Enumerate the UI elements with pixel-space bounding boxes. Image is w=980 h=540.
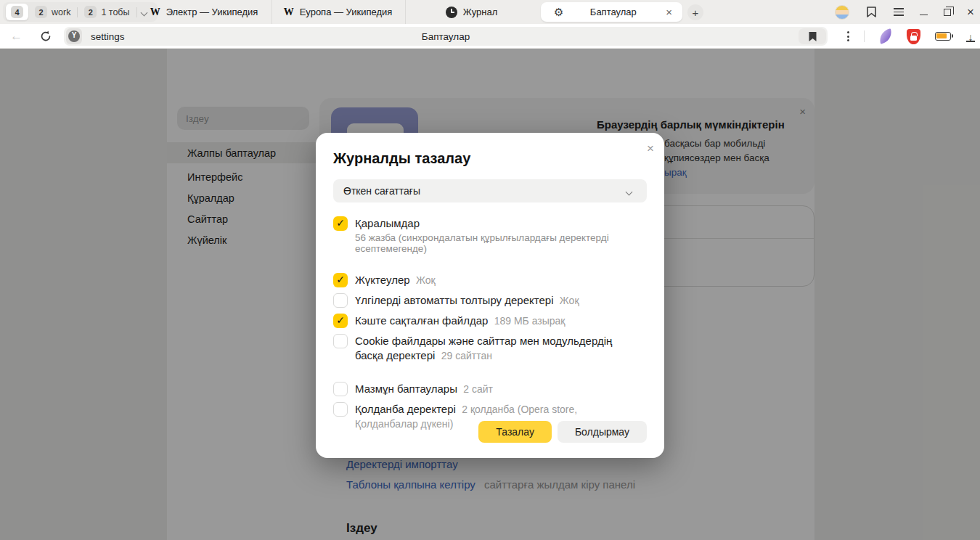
profile-avatar[interactable] xyxy=(835,5,849,20)
tab-settings-active[interactable]: ⚙ Баптаулар × xyxy=(541,2,682,22)
tab-group-label: 1 тобы xyxy=(101,7,129,17)
clear-history-dialog: × Журналды тазалау Өткен сағаттағы Қарал… xyxy=(316,133,664,458)
bookmark-icon xyxy=(808,31,817,42)
dialog-close-icon[interactable]: × xyxy=(647,142,654,156)
history-item-row[interactable]: Мазмұн баптаулары 2 сайт xyxy=(333,382,647,396)
tab-close-icon[interactable]: × xyxy=(663,6,675,18)
tab-journal[interactable]: Журнал xyxy=(405,0,537,24)
tab-group-work[interactable]: 2 work xyxy=(28,6,77,18)
tab-group-count: 4 xyxy=(11,6,23,18)
protect-shield-icon[interactable] xyxy=(907,29,920,44)
bookmark-button[interactable] xyxy=(799,28,826,44)
tab-label: Электр — Уикипедия xyxy=(166,7,258,17)
separator xyxy=(136,7,137,17)
menu-icon[interactable] xyxy=(894,8,904,16)
back-icon[interactable]: ← xyxy=(10,29,23,44)
gear-icon: ⚙ xyxy=(554,7,563,17)
tab-label: Еуропа — Уикипедия xyxy=(300,7,393,17)
new-tab-button[interactable]: + xyxy=(687,4,703,20)
separator xyxy=(864,30,865,42)
time-range-select[interactable]: Өткен сағаттағы xyxy=(333,179,647,202)
site-badge[interactable] xyxy=(66,28,82,44)
checkbox-note: Жоқ xyxy=(416,274,436,286)
history-item-row[interactable]: Кэште сақталған файлдар 189 МБ азырақ xyxy=(333,314,647,328)
tab-group-count: 2 xyxy=(84,6,97,18)
browser-tab-strip: 4 2 work 2 1 тобы W Электр — Уикипедия W… xyxy=(0,0,980,24)
window-restore-button[interactable] xyxy=(944,9,951,16)
side-panel-icon[interactable] xyxy=(865,6,878,18)
tab-label: Баптаулар xyxy=(563,7,663,17)
checkbox-downloads[interactable] xyxy=(333,273,348,287)
history-item-row[interactable]: Cookie файлдары және сайттар мен модульд… xyxy=(333,334,647,363)
browser-toolbar: ← settings Баптаулар ↓ xyxy=(0,24,980,49)
checkbox-note: 2 сайт xyxy=(463,383,493,395)
dialog-title: Журналды тазалау xyxy=(333,150,647,167)
address-bar[interactable]: settings Баптаулар xyxy=(64,27,828,46)
checkbox-label: Қаралымдар xyxy=(355,217,420,229)
tab-group-label: work xyxy=(52,7,70,17)
time-range-value: Өткен сағаттағы xyxy=(343,185,420,197)
checkbox-cache[interactable] xyxy=(333,314,348,328)
tab-wikipedia-europa[interactable]: W Еуропа — Уикипедия xyxy=(271,0,404,24)
url-text: settings xyxy=(91,31,125,42)
tab-group-1toby[interactable]: 2 1 тобы xyxy=(78,6,136,18)
checkbox-subtext: 56 жазба (синхрондалатын құрылғылардағы … xyxy=(355,232,647,254)
checkbox-label: Мазмұн баптаулары xyxy=(355,382,457,395)
checkbox-app-data[interactable] xyxy=(333,402,348,417)
checkbox-note: 29 сайттан xyxy=(441,350,492,361)
tab-group-current[interactable]: 4 xyxy=(6,4,28,20)
checkbox-cookies[interactable] xyxy=(333,334,348,348)
history-item-row[interactable]: Үлгілерді автоматты толтыру деректері Жо… xyxy=(333,293,647,308)
checkbox-autofill[interactable] xyxy=(333,293,348,308)
window-minimize-button[interactable] xyxy=(920,15,928,16)
checkbox-label: Кэште сақталған файлдар xyxy=(355,314,488,327)
tab-group-count: 2 xyxy=(35,6,47,18)
clear-button[interactable]: Тазалау xyxy=(478,421,552,443)
extension-feather-icon[interactable] xyxy=(878,28,893,44)
reload-icon[interactable] xyxy=(39,30,52,46)
tab-groups-bar: 4 2 work 2 1 тобы xyxy=(3,2,158,22)
kebab-menu-icon[interactable] xyxy=(847,31,849,41)
wikipedia-icon: W xyxy=(284,7,294,18)
wikipedia-icon: W xyxy=(150,7,160,18)
history-item-row[interactable]: Жүктеулер Жоқ xyxy=(333,273,647,287)
tab-label: Журнал xyxy=(463,7,497,17)
tab-wikipedia-electr[interactable]: W Электр — Уикипедия xyxy=(138,0,270,24)
window-close-button[interactable]: × xyxy=(967,6,974,18)
yandex-browser-icon xyxy=(68,30,80,42)
chevron-down-icon xyxy=(626,188,634,195)
downloads-icon[interactable]: ↓ xyxy=(965,30,976,42)
clock-icon xyxy=(446,7,457,18)
checkbox-visited[interactable] xyxy=(333,216,348,231)
history-item-row[interactable]: Қаралымдар xyxy=(333,216,647,231)
cancel-button[interactable]: Болдырмау xyxy=(558,421,647,443)
checkbox-label: Қолданба деректері xyxy=(355,403,456,415)
checkbox-note: 189 МБ азырақ xyxy=(494,315,565,327)
checkbox-note: Жоқ xyxy=(560,295,579,306)
checkbox-content-settings[interactable] xyxy=(333,382,348,396)
battery-saver-icon[interactable] xyxy=(935,32,951,41)
page-title: Баптаулар xyxy=(64,31,828,42)
checkbox-label: Жүктеулер xyxy=(355,274,410,286)
checkbox-label: Үлгілерді автоматты толтыру деректері xyxy=(355,294,553,306)
